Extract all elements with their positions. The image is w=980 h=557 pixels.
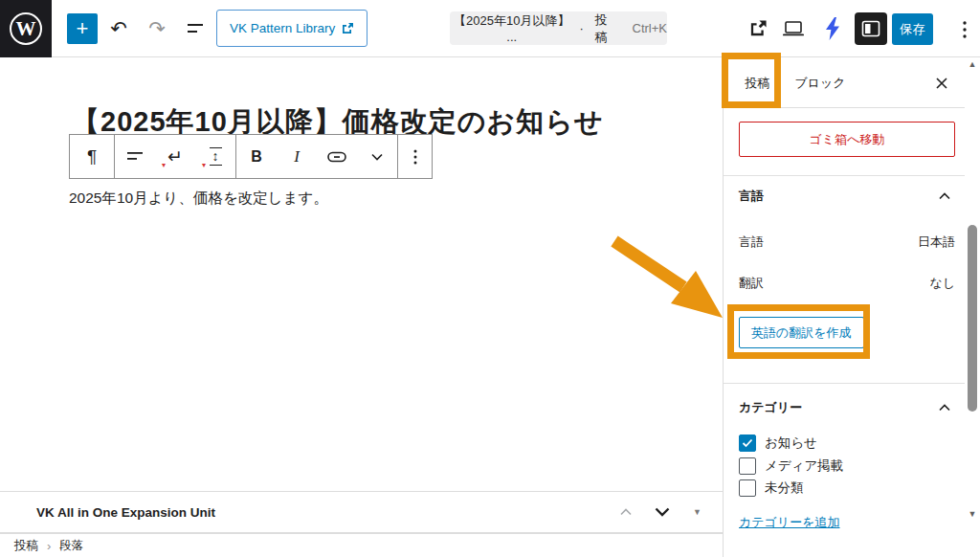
kebab-menu-icon xyxy=(407,147,424,167)
translation-row: 翻訳 なし xyxy=(739,275,955,292)
align-left-icon xyxy=(126,149,144,165)
language-panel-header[interactable]: 言語 xyxy=(739,188,950,205)
wordpress-block-editor: W + ↶ ↷ VK Pattern Library 【2025年10月以降】 … xyxy=(0,0,980,557)
list-view-icon xyxy=(186,20,205,37)
document-title-short: 【2025年10月以降】 ... xyxy=(450,12,573,44)
paragraph-block[interactable]: 2025年10月より、価格を改定します。 xyxy=(69,189,328,209)
sidebar-tabs: 投稿 ブロック xyxy=(724,57,966,108)
language-panel-title: 言語 xyxy=(739,188,764,205)
tab-post[interactable]: 投稿 xyxy=(730,57,785,108)
chevron-up-icon xyxy=(939,404,950,412)
scroll-up-icon[interactable]: ▲ xyxy=(965,59,980,69)
vk-responsive-spacer-button[interactable]: ↕ ▾ xyxy=(195,135,235,178)
scrollbar-thumb[interactable] xyxy=(968,225,977,412)
block-inserter-button[interactable]: + xyxy=(67,13,98,44)
paragraph-block-icon[interactable]: ¶ xyxy=(70,135,114,178)
document-type-label: 投稿 xyxy=(590,11,613,46)
vk-pattern-library-button[interactable]: VK Pattern Library xyxy=(216,10,368,47)
language-label: 言語 xyxy=(739,234,764,251)
command-palette-button[interactable]: 【2025年10月以降】 ... · 投稿 Ctrl+K xyxy=(450,11,667,45)
breadcrumb-block[interactable]: 段落 xyxy=(59,538,83,554)
lightning-bolt-icon xyxy=(824,16,841,41)
chevron-up-icon xyxy=(620,508,632,516)
category-item: メディア掲載 xyxy=(739,457,843,475)
chevron-up-icon xyxy=(939,192,950,200)
sidebar-panel-icon xyxy=(859,17,882,40)
close-icon xyxy=(935,77,948,90)
wordpress-w-icon: W xyxy=(10,12,42,45)
category-item: お知らせ xyxy=(739,434,817,452)
metabox-order-up-button[interactable] xyxy=(620,508,632,516)
tab-block[interactable]: ブロック xyxy=(791,57,850,108)
create-english-translation-button[interactable]: 英語の翻訳を作成 xyxy=(739,317,864,348)
undo-button[interactable]: ↶ xyxy=(103,13,134,44)
italic-button[interactable]: I xyxy=(277,135,317,178)
list-view-button[interactable] xyxy=(180,13,211,44)
options-menu-button[interactable] xyxy=(951,16,978,42)
vk-responsive-br-button[interactable]: ↵ ▾ xyxy=(155,135,195,178)
language-value[interactable]: 日本語 xyxy=(918,234,955,251)
breadcrumb-separator-icon: › xyxy=(47,539,51,553)
close-sidebar-button[interactable] xyxy=(930,72,953,95)
toolbar-group-block-tools: ↵ ▾ ↕ ▾ xyxy=(115,135,236,178)
return-arrow-icon: ↵ xyxy=(167,147,183,166)
toolbar-group-formatting: B I xyxy=(236,135,398,178)
annotation-arrow xyxy=(574,220,737,330)
move-to-trash-button[interactable]: ゴミ箱へ移動 xyxy=(739,122,955,157)
add-category-link[interactable]: カテゴリーを追加 xyxy=(739,514,840,531)
block-options-button[interactable] xyxy=(398,135,432,178)
link-button[interactable] xyxy=(317,135,357,178)
jetpack-boost-button[interactable] xyxy=(821,14,844,43)
metabox-controls: ▼ xyxy=(620,507,702,517)
checkmark-icon xyxy=(742,438,753,448)
external-link-icon xyxy=(341,22,354,35)
category-label: メディア掲載 xyxy=(765,457,843,475)
redo-button[interactable]: ↷ xyxy=(142,13,172,44)
vk-red-mark-icon: ▾ xyxy=(202,162,206,169)
view-post-button[interactable] xyxy=(746,17,769,40)
language-row: 言語 日本語 xyxy=(739,234,955,251)
laptop-icon xyxy=(782,19,805,38)
text-align-button[interactable] xyxy=(115,135,155,178)
checkbox-checked[interactable] xyxy=(739,434,756,452)
chevron-down-icon xyxy=(655,507,670,517)
command-palette-shortcut: Ctrl+K xyxy=(633,21,667,35)
block-breadcrumb: 投稿 › 段落 xyxy=(0,533,723,557)
chevron-down-icon xyxy=(371,153,383,161)
checkbox-unchecked[interactable] xyxy=(739,457,756,475)
settings-sidebar-toggle[interactable] xyxy=(855,12,887,45)
preview-button[interactable] xyxy=(781,17,806,40)
external-link-icon xyxy=(748,19,768,38)
translation-label: 翻訳 xyxy=(739,275,764,292)
metabox-collapse-button[interactable] xyxy=(655,507,670,517)
sidebar-scrollbar[interactable]: ▲ ▼ xyxy=(965,57,980,557)
category-label: 未分類 xyxy=(765,479,804,497)
metabox-handle-button[interactable]: ▼ xyxy=(693,507,702,517)
vertical-spacer-icon: ↕ xyxy=(210,147,222,165)
settings-sidebar: 投稿 ブロック ゴミ箱へ移動 言語 言語 日本語 xyxy=(723,57,980,557)
panel-divider xyxy=(724,383,966,384)
category-label: お知らせ xyxy=(765,434,817,452)
save-button[interactable]: 保存 xyxy=(892,13,933,45)
sidebar-content: 投稿 ブロック ゴミ箱へ移動 言語 言語 日本語 xyxy=(724,57,966,557)
kebab-menu-icon xyxy=(953,18,976,41)
more-formats-button[interactable] xyxy=(357,135,397,178)
breadcrumb-document[interactable]: 投稿 xyxy=(14,538,38,554)
translation-value[interactable]: なし xyxy=(929,275,955,292)
vk-expansion-unit-metabox: VK All in One Expansion Unit ▼ xyxy=(0,491,723,533)
metabox-title: VK All in One Expansion Unit xyxy=(36,505,215,520)
scroll-down-icon[interactable]: ▼ xyxy=(965,509,980,519)
wordpress-logo[interactable]: W xyxy=(0,0,52,57)
toolbar-group-block-type: ¶ xyxy=(70,135,115,178)
category-panel-header[interactable]: カテゴリー xyxy=(739,399,950,416)
bold-button[interactable]: B xyxy=(236,135,277,178)
vk-red-mark-icon: ▾ xyxy=(162,162,166,169)
panel-divider xyxy=(724,175,966,176)
checkbox-unchecked[interactable] xyxy=(739,479,756,497)
document-title-separator: · xyxy=(579,21,583,35)
category-panel-title: カテゴリー xyxy=(739,399,802,416)
toolbar-group-options xyxy=(398,135,432,178)
editor-topbar: W + ↶ ↷ VK Pattern Library 【2025年10月以降】 … xyxy=(0,0,980,57)
block-toolbar: ¶ ↵ ▾ ↕ ▾ B I xyxy=(69,134,433,179)
category-item: 未分類 xyxy=(739,479,804,497)
